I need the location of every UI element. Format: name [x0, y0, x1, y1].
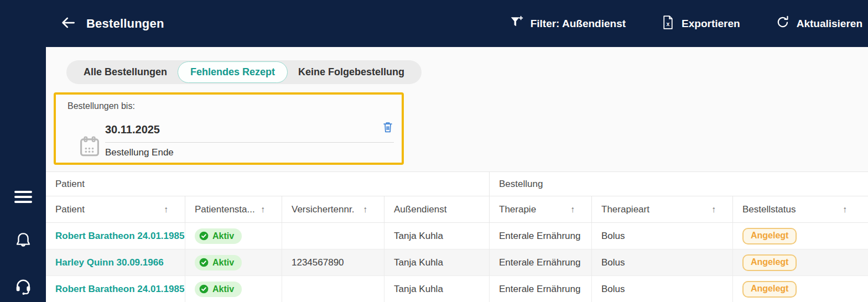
cell-patientenstatus: Aktiv	[185, 276, 282, 302]
bell-icon	[13, 231, 33, 253]
cell-therapie: Enterale Ernährung	[490, 249, 592, 275]
patient-status-badge: Aktiv	[195, 255, 242, 270]
column-header-therapie[interactable]: Therapie↑	[490, 196, 592, 222]
main-content: Alle Bestellungen Fehlendes Rezept Keine…	[46, 47, 868, 302]
column-label: Außendienst	[394, 204, 446, 215]
cell-aussendienst: Tanja Kuhla	[384, 223, 490, 249]
filter-button[interactable]: Filter: Außendienst	[510, 15, 626, 32]
tab-fehlendes-rezept[interactable]: Fehlendes Rezept	[178, 61, 288, 83]
cell-therapie: Enterale Ernährung	[490, 223, 592, 249]
cell-aussendienst: Tanja Kuhla	[384, 276, 490, 302]
export-button[interactable]: x Exportieren	[661, 15, 740, 33]
sort-ascending-icon: ↑	[711, 205, 716, 215]
group-header-patient: Patient	[46, 172, 490, 196]
filter-button-label: Filter: Außendienst	[531, 18, 626, 30]
filter-plus-icon	[510, 15, 524, 32]
page-title: Bestellungen	[86, 17, 164, 31]
headset-icon	[14, 277, 33, 298]
arrow-left-icon	[60, 14, 76, 33]
menu-button[interactable]	[13, 186, 34, 207]
tab-keine-folgebestellung[interactable]: Keine Folgebestellung	[288, 60, 415, 84]
cell-versichertennr	[282, 276, 384, 302]
column-header-patient[interactable]: Patient↑	[46, 196, 185, 222]
cell-patient: Robert Baratheon 24.01.1985	[46, 223, 185, 249]
refresh-button-label: Aktualisieren	[797, 18, 862, 30]
top-header: Bestellungen Filter: Außendienst x	[0, 0, 868, 47]
table-row: Harley Quinn 30.09.1966Aktiv1234567890Ta…	[46, 249, 868, 276]
sort-ascending-icon: ↑	[363, 205, 367, 215]
column-header-versichertennr[interactable]: Versichertennr.↑	[282, 196, 384, 222]
cell-bestellstatus: Angelegt	[733, 223, 868, 249]
cell-therapieart: Bolus	[592, 276, 733, 302]
patient-link[interactable]: Harley Quinn 30.09.1966	[55, 257, 164, 268]
sort-ascending-icon: ↑	[843, 205, 847, 215]
column-label: Versichertennr.	[292, 204, 354, 215]
svg-text:x: x	[666, 20, 669, 27]
cell-therapie: Enterale Ernährung	[490, 276, 592, 302]
date-helper-label: Bestellung Ende	[105, 147, 174, 158]
cell-patientenstatus: Aktiv	[185, 223, 282, 249]
column-header-aussendienst: Außendienst	[384, 196, 490, 222]
orders-table: Patient Bestellung Patient↑Patientensta.…	[46, 171, 868, 302]
table-column-header: Patient↑Patientensta...↑Versichertennr.↑…	[46, 196, 868, 223]
table-group-header: Patient Bestellung	[46, 171, 868, 196]
table-body: Robert Baratheon 24.01.1985AktivTanja Ku…	[46, 223, 868, 302]
patient-status-badge: Aktiv	[195, 282, 242, 297]
app-window: Bestellungen Filter: Außendienst x	[0, 0, 868, 302]
table-row: Robert Baratheon 24.01.1985AktivTanja Ku…	[46, 223, 868, 249]
cell-patientenstatus: Aktiv	[185, 249, 282, 275]
cell-therapieart: Bolus	[592, 249, 733, 275]
column-label: Patient	[55, 204, 85, 215]
export-button-label: Exportieren	[682, 18, 740, 30]
check-circle-icon	[199, 284, 209, 294]
cell-versichertennr: 1234567890	[282, 249, 384, 275]
cell-bestellstatus: Angelegt	[733, 249, 868, 275]
sort-ascending-icon: ↑	[261, 205, 265, 215]
support-button[interactable]	[13, 277, 34, 298]
header-actions: Filter: Außendienst x Exportieren	[510, 15, 868, 33]
group-header-bestellung: Bestellung	[490, 172, 868, 196]
check-circle-icon	[199, 231, 209, 241]
refresh-icon	[776, 15, 790, 32]
order-status-badge: Angelegt	[742, 254, 797, 271]
column-label: Bestellstatus	[742, 204, 796, 215]
cell-bestellstatus: Angelegt	[733, 276, 868, 302]
patient-link[interactable]: Robert Baratheon 24.01.1985	[55, 284, 184, 295]
sort-ascending-icon: ↑	[164, 205, 168, 215]
date-filter-label: Bestellungen bis:	[67, 101, 135, 111]
back-button[interactable]	[59, 14, 77, 33]
column-header-bestellstatus[interactable]: Bestellstatus↑	[733, 196, 868, 222]
cell-patient: Robert Baratheon 24.01.1985	[46, 276, 185, 302]
order-status-badge: Angelegt	[742, 281, 797, 298]
column-label: Patientensta...	[195, 204, 255, 215]
notifications-button[interactable]	[13, 231, 34, 252]
calendar-icon[interactable]	[78, 134, 101, 161]
cell-therapieart: Bolus	[592, 223, 733, 249]
sort-ascending-icon: ↑	[570, 205, 575, 215]
column-header-patientenstatus[interactable]: Patientensta...↑	[185, 196, 282, 222]
menu-icon	[14, 191, 32, 203]
input-underline	[105, 142, 394, 143]
column-label: Therapieart	[601, 204, 649, 215]
patient-status-badge: Aktiv	[195, 228, 242, 244]
clear-date-button[interactable]	[380, 120, 396, 137]
table-row: Robert Baratheon 24.01.1985AktivTanja Ku…	[46, 276, 868, 302]
cell-aussendienst: Tanja Kuhla	[384, 249, 490, 275]
column-label: Therapie	[499, 204, 536, 215]
check-circle-icon	[199, 258, 209, 267]
cell-versichertennr	[282, 223, 384, 249]
filter-tab-bar: Alle Bestellungen Fehlendes Rezept Keine…	[66, 60, 422, 84]
refresh-button[interactable]: Aktualisieren	[776, 15, 862, 32]
patient-link[interactable]: Robert Baratheon 24.01.1985	[55, 231, 184, 242]
cell-patient: Harley Quinn 30.09.1966	[46, 249, 185, 275]
trash-icon	[382, 121, 394, 136]
date-filter-card: Bestellungen bis: 30.11.2025 Bestellung …	[54, 92, 404, 165]
tab-alle-bestellungen[interactable]: Alle Bestellungen	[73, 60, 178, 84]
order-status-badge: Angelegt	[742, 228, 797, 244]
column-header-therapieart[interactable]: Therapieart↑	[592, 196, 733, 222]
date-value-input[interactable]: 30.11.2025	[105, 123, 160, 136]
export-excel-icon: x	[661, 15, 675, 33]
sidebar-nav	[0, 0, 46, 302]
